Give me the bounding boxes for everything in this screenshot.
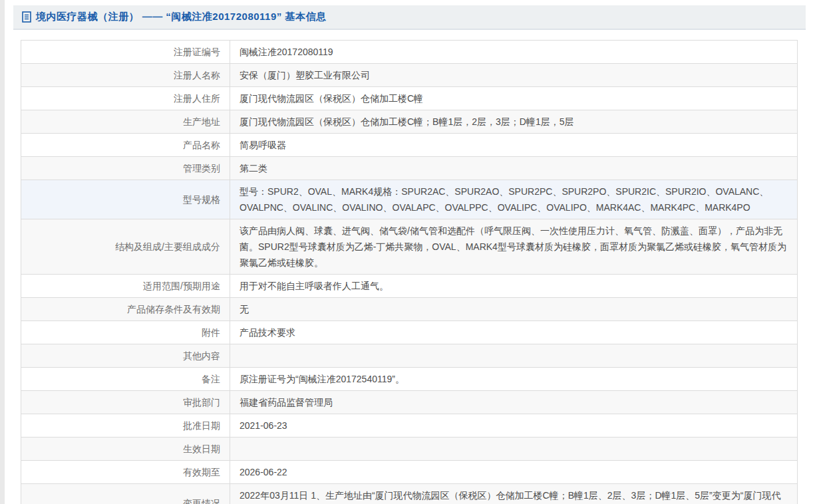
row-value bbox=[230, 344, 798, 368]
table-row: 附件产品技术要求 bbox=[21, 321, 798, 344]
row-value: 厦门现代物流园区（保税区）仓储加工楼C幢 bbox=[230, 87, 798, 110]
row-label: 管理类别 bbox=[21, 157, 230, 180]
table-row: 型号规格型号：SPUR2、OVAL、MARK4规格：SPUR2AC、SPUR2A… bbox=[21, 180, 798, 219]
table-row: 管理类别第二类 bbox=[21, 157, 798, 180]
table-row: 注册人名称安保（厦门）塑胶工业有限公司 bbox=[21, 64, 798, 87]
row-value: 用于对不能自主呼吸者作人工通气。 bbox=[230, 275, 798, 298]
row-label: 结构及组成/主要组成成分 bbox=[21, 219, 230, 275]
row-value: 该产品由病人阀、球囊、进气阀、储气袋/储气管和选配件（呼气限压阀、一次性使用压力… bbox=[230, 219, 798, 275]
row-label: 有效期至 bbox=[21, 461, 230, 484]
table-row: 生效日期 bbox=[21, 438, 798, 461]
registration-info-table: 注册证编号闽械注准20172080119注册人名称安保（厦门）塑胶工业有限公司注… bbox=[21, 40, 798, 504]
row-label: 其他内容 bbox=[21, 344, 230, 368]
row-value: 无 bbox=[230, 298, 798, 321]
row-label: 注册证编号 bbox=[21, 41, 230, 64]
registration-info-table-container: 注册证编号闽械注准20172080119注册人名称安保（厦门）塑胶工业有限公司注… bbox=[21, 40, 798, 504]
row-value: 原注册证号为“闽械注准20172540119”。 bbox=[230, 368, 798, 391]
table-row: 备注原注册证号为“闽械注准20172540119”。 bbox=[21, 368, 798, 391]
row-label: 生产地址 bbox=[21, 110, 230, 134]
row-value: 福建省药品监督管理局 bbox=[230, 391, 798, 414]
row-value: 闽械注准20172080119 bbox=[230, 41, 798, 64]
row-value: 2026-06-22 bbox=[230, 461, 798, 484]
window-left-edge bbox=[0, 0, 5, 504]
table-row: 产品名称简易呼吸器 bbox=[21, 134, 798, 157]
row-value: 厦门现代物流园区（保税区）仓储加工楼C幢；B幢1层，2层，3层；D幢1层，5层 bbox=[230, 110, 798, 134]
row-value: 型号：SPUR2、OVAL、MARK4规格：SPUR2AC、SPUR2AO、SP… bbox=[230, 180, 798, 219]
table-row: 产品储存条件及有效期无 bbox=[21, 298, 798, 321]
row-label: 产品储存条件及有效期 bbox=[21, 298, 230, 321]
row-value: 产品技术要求 bbox=[230, 321, 798, 344]
row-value bbox=[230, 438, 798, 461]
row-label: 注册人住所 bbox=[21, 87, 230, 110]
row-label: 型号规格 bbox=[21, 180, 230, 219]
table-row: 批准日期2021-06-23 bbox=[21, 414, 798, 438]
table-row: 审批部门福建省药品监督管理局 bbox=[21, 391, 798, 414]
row-label: 附件 bbox=[21, 321, 230, 344]
table-row: 结构及组成/主要组成成分该产品由病人阀、球囊、进气阀、储气袋/储气管和选配件（呼… bbox=[21, 219, 798, 275]
page-title: 境内医疗器械（注册） —— “闽械注准20172080119” 基本信息 bbox=[36, 11, 326, 23]
document-icon bbox=[22, 11, 32, 23]
table-row: 有效期至2026-06-22 bbox=[21, 461, 798, 484]
row-label: 备注 bbox=[21, 368, 230, 391]
row-value: 安保（厦门）塑胶工业有限公司 bbox=[230, 64, 798, 87]
row-value: 2021-06-23 bbox=[230, 414, 798, 438]
table-row: 适用范围/预期用途用于对不能自主呼吸者作人工通气。 bbox=[21, 275, 798, 298]
row-label: 适用范围/预期用途 bbox=[21, 275, 230, 298]
row-label: 审批部门 bbox=[21, 391, 230, 414]
table-row: 变更情况2022年03月11日 1、生产地址由“厦门现代物流园区（保税区）仓储加… bbox=[21, 484, 798, 504]
table-row: 其他内容 bbox=[21, 344, 798, 368]
row-label: 批准日期 bbox=[21, 414, 230, 438]
row-label: 变更情况 bbox=[21, 484, 230, 504]
row-value: 简易呼吸器 bbox=[230, 134, 798, 157]
row-label: 产品名称 bbox=[21, 134, 230, 157]
row-value: 2022年03月11日 1、生产地址由“厦门现代物流园区（保税区）仓储加工楼C幢… bbox=[230, 484, 798, 504]
table-row: 注册人住所厦门现代物流园区（保税区）仓储加工楼C幢 bbox=[21, 87, 798, 110]
row-label: 生效日期 bbox=[21, 438, 230, 461]
table-row: 注册证编号闽械注准20172080119 bbox=[21, 41, 798, 64]
page-header: 境内医疗器械（注册） —— “闽械注准20172080119” 基本信息 bbox=[13, 5, 806, 30]
row-label: 注册人名称 bbox=[21, 64, 230, 87]
row-value: 第二类 bbox=[230, 157, 798, 180]
table-row: 生产地址厦门现代物流园区（保税区）仓储加工楼C幢；B幢1层，2层，3层；D幢1层… bbox=[21, 110, 798, 134]
